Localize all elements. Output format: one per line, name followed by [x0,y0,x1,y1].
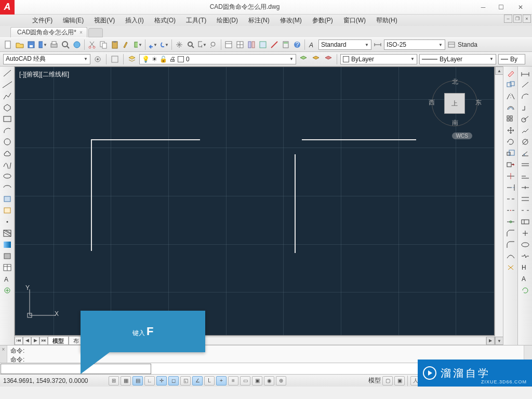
layer-combo[interactable]: 💡 ☀ 🔓 🖨 0 ▼ [139,54,296,64]
viewcube-top[interactable]: 上 [444,93,465,114]
close-button[interactable]: ✕ [510,3,531,12]
view-cube[interactable]: 北 南 西 东 上 [432,77,478,129]
copy-obj-icon[interactable] [505,80,516,89]
zoom-realtime-icon[interactable] [185,39,196,50]
polygon-icon[interactable] [2,103,13,112]
ortho-icon[interactable]: ∟ [144,376,155,385]
zoom-prev-icon[interactable] [208,39,219,50]
layer-prev-icon[interactable] [311,54,321,64]
revcloud-icon[interactable] [2,149,13,158]
new-icon[interactable] [3,39,14,50]
preview-icon[interactable] [60,39,71,50]
osnap-icon[interactable]: ◻ [168,376,179,385]
mtext-icon[interactable]: A [2,274,13,284]
xline-icon[interactable] [2,80,13,89]
viewcube-north[interactable]: 北 [432,77,478,86]
erase-icon[interactable] [505,69,516,78]
lineweight-combo[interactable]: By [498,54,525,64]
layout-prev-icon[interactable]: ◀ [23,337,31,345]
spline-icon[interactable] [2,160,13,169]
calculator-icon[interactable] [281,39,291,50]
am-icon[interactable]: ⊕ [276,376,286,385]
mirror-icon[interactable] [505,91,516,101]
menu-file[interactable]: 文件(F) [27,15,58,26]
ducs-icon[interactable]: L [204,376,215,385]
dim-break-icon[interactable] [520,206,531,215]
paste-icon[interactable] [110,39,120,50]
model-tab[interactable]: 模型 [48,336,69,345]
viewcube-south[interactable]: 南 [432,118,478,127]
dim-baseline-icon[interactable] [520,171,531,181]
move-icon[interactable] [505,126,516,135]
command-input[interactable] [1,364,151,374]
linetype-combo[interactable]: ByLayer▼ [419,54,496,64]
layer-states-icon[interactable] [298,54,309,64]
menu-format[interactable]: 格式(O) [149,15,181,26]
menu-modify[interactable]: 修改(M) [275,15,307,26]
snap-icon[interactable]: ▦ [121,376,131,385]
redo-icon[interactable]: ▼ [159,39,169,50]
qp-icon[interactable]: ▣ [252,376,262,385]
v-scrollbar[interactable]: ▲▼ [495,66,503,345]
minimize-button[interactable]: ─ [475,3,491,12]
blend-icon[interactable] [505,251,516,261]
lwt-icon[interactable]: ≡ [228,376,238,385]
stretch-icon[interactable] [505,160,516,169]
workspace-combo[interactable]: AutoCAD 经典▼ [3,54,90,64]
menu-dim[interactable]: 标注(N) [243,15,275,26]
layout-first-icon[interactable]: ⏮ [15,337,23,345]
match-icon[interactable] [121,39,131,50]
menu-view[interactable]: 视图(V) [89,15,120,26]
region-icon[interactable] [2,251,13,261]
hatch-icon[interactable] [2,229,13,238]
workspace-gear-icon[interactable] [92,54,103,64]
explode-icon[interactable] [505,263,516,272]
sc-icon[interactable]: ◉ [264,376,274,385]
fillet-icon[interactable] [505,240,516,249]
dim-radius-icon[interactable] [520,114,531,124]
add-selected-icon[interactable] [2,286,13,295]
copy-icon[interactable] [98,39,109,50]
break-icon[interactable] [505,206,516,215]
tolerance-icon[interactable] [520,217,531,227]
rectangle-icon[interactable] [2,114,13,124]
center-mark-icon[interactable] [520,229,531,238]
dim-linear-icon[interactable] [520,69,531,78]
cut-icon[interactable] [87,39,97,50]
zoom-window-icon[interactable]: ▼ [197,39,207,50]
viewcube-east[interactable]: 东 [475,98,482,107]
open-icon[interactable] [15,39,25,50]
ellipse-arc-icon[interactable] [2,183,13,192]
workspace-save-icon[interactable] [110,54,120,64]
infer-icon[interactable]: ⊞ [109,376,119,385]
document-tab-active[interactable]: CAD圆角命令怎么用* × [10,27,87,37]
scale-icon[interactable] [505,149,516,158]
grid-icon[interactable]: ▤ [132,376,143,385]
sheet-icon[interactable] [235,39,245,50]
markup-icon[interactable] [269,39,280,50]
block-icon[interactable]: ▼ [132,39,143,50]
dim-space-icon[interactable] [520,194,531,204]
menu-draw[interactable]: 绘图(D) [211,15,243,26]
menu-tools[interactable]: 工具(T) [181,15,211,26]
insert-block-icon[interactable] [2,194,13,204]
dim-continue-icon[interactable] [520,183,531,192]
jogged-linear-icon[interactable] [520,251,531,261]
layout-next-icon[interactable]: ▶ [31,337,39,345]
rotate-icon[interactable] [505,137,516,147]
undo-icon[interactable]: ▼ [148,39,158,50]
command-close-icon[interactable]: × [0,345,7,363]
array-icon[interactable] [505,114,516,124]
inspect-icon[interactable] [520,240,531,249]
point-icon[interactable] [2,217,13,227]
text-style-combo[interactable]: Standard▼ [318,39,371,50]
saveas-icon[interactable]: ▼ [37,39,48,50]
dim-style-combo[interactable]: ISO-25▼ [384,39,445,50]
pan-icon[interactable] [174,39,184,50]
viewcube-west[interactable]: 西 [429,98,435,107]
3dosnap-icon[interactable]: ◱ [180,376,191,385]
polar-icon[interactable]: ✛ [156,376,167,385]
document-tab-close[interactable]: × [79,30,83,35]
break-point-icon[interactable] [505,194,516,204]
trim-icon[interactable] [505,171,516,181]
